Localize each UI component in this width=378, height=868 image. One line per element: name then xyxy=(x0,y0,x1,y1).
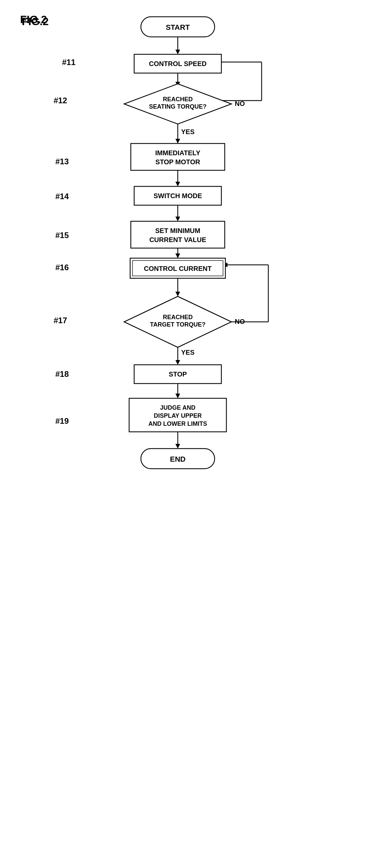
step16-label: #16 xyxy=(55,263,69,272)
svg-rect-19 xyxy=(131,221,225,248)
step15-label: #15 xyxy=(55,231,69,240)
step17-line1: REACHED xyxy=(163,314,193,320)
step17-no: NO xyxy=(235,318,245,325)
step18-label: #18 xyxy=(55,369,69,378)
svg-marker-38 xyxy=(175,444,180,448)
step13-line1: IMMEDIATELY xyxy=(155,149,201,157)
step12-yes: YES xyxy=(181,128,195,135)
step18-text: STOP xyxy=(169,370,187,378)
step17-yes: YES xyxy=(181,349,195,356)
step19-label: #19 xyxy=(55,416,69,426)
svg-marker-18 xyxy=(175,217,180,221)
flowchart-svg: FIG.2 START #11 CONTROL SPEED #12 REACHE… xyxy=(0,0,378,868)
fig-label-svg: FIG.2 xyxy=(22,16,49,28)
svg-rect-13 xyxy=(131,144,225,170)
start-label: START xyxy=(166,23,190,32)
end-label: END xyxy=(170,455,185,463)
svg-marker-15 xyxy=(175,182,180,186)
step19-line2: DISPLAY UPPER xyxy=(154,412,202,419)
step12-line1: REACHED xyxy=(163,96,193,102)
step15-line1: SET MINIMUM xyxy=(155,227,200,234)
step19-line1: JUDGE AND xyxy=(160,404,195,411)
step11-text: CONTROL SPEED xyxy=(149,60,207,67)
step12-no: NO xyxy=(235,100,245,107)
svg-marker-35 xyxy=(175,394,180,398)
svg-marker-32 xyxy=(175,360,180,365)
step16-text: CONTROL CURRENT xyxy=(144,265,212,272)
step13-label: #13 xyxy=(55,157,69,166)
step17-line2: TARGET TORQUE? xyxy=(150,321,205,328)
svg-marker-12 xyxy=(175,139,180,144)
step12-line2: SEATING TORQUE? xyxy=(149,103,206,110)
step14-text: SWITCH MODE xyxy=(154,192,202,199)
step11-label: #11 xyxy=(62,58,76,67)
step19-line3: AND LOWER LIMITS xyxy=(149,421,207,427)
page: FIG.2 FIG.2 START #11 CONTROL SPEED #12 … xyxy=(0,0,378,868)
step14-label: #14 xyxy=(55,192,69,201)
step13-line2: STOP MOTOR xyxy=(155,158,200,166)
svg-marker-29 xyxy=(175,292,180,297)
svg-marker-2 xyxy=(175,50,180,54)
step15-line2: CURRENT VALUE xyxy=(149,236,206,243)
step12-label: #12 xyxy=(54,96,67,105)
svg-marker-25 xyxy=(175,253,180,258)
step17-label: #17 xyxy=(54,316,67,325)
